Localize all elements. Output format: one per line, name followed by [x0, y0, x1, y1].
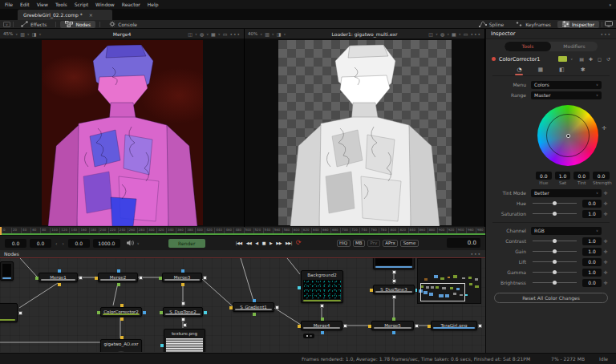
- node-input-connector[interactable]: [392, 317, 395, 321]
- menu-item-tools[interactable]: Tools: [55, 2, 67, 7]
- wheel-value-box-strength[interactable]: 0.0: [593, 172, 610, 180]
- roi-icon[interactable]: ▭: [223, 31, 228, 37]
- 3d-view-icon[interactable]: ◍: [440, 31, 444, 37]
- node-colorcorrector2[interactable]: ColorCorrector2: [100, 307, 142, 317]
- node-input-connector[interactable]: [321, 331, 324, 334]
- right-viewer-options-ellipsis[interactable]: •••: [470, 31, 481, 37]
- menu-item-help[interactable]: Help: [148, 2, 159, 7]
- node-gigatwo-ao[interactable]: gigatwo_AO.exr: [100, 339, 142, 352]
- dual-monitor-icon[interactable]: [605, 21, 613, 27]
- render-end-field[interactable]: 0.0: [68, 239, 90, 248]
- node-input-connector[interactable]: [229, 306, 233, 309]
- node-output-connector[interactable]: [183, 323, 187, 327]
- node-input-connector[interactable]: [117, 269, 120, 273]
- node-output-connector[interactable]: [415, 324, 419, 328]
- brightness-value-field[interactable]: 0.0: [582, 279, 602, 287]
- node-merge4[interactable]: Merge4: [301, 321, 342, 330]
- node-merge5[interactable]: Merge5: [371, 321, 414, 330]
- menu-item-reactor[interactable]: Reactor: [122, 2, 140, 7]
- gamma-slider-knob[interactable]: [553, 270, 557, 274]
- node-node-partial-left2[interactable]: [0, 303, 18, 322]
- lock-icon[interactable]: ◻: [598, 56, 602, 62]
- wheel-value-box-hue[interactable]: 0.0: [536, 172, 552, 180]
- wheel-value-box-tint[interactable]: 0.0: [573, 172, 590, 180]
- node-output-connector[interactable]: [343, 324, 347, 328]
- viewer-assignment-badge[interactable]: [303, 334, 314, 338]
- close-tab-icon[interactable]: ×: [89, 12, 93, 18]
- node-input-connector[interactable]: [120, 304, 124, 307]
- node-output-connector[interactable]: [79, 276, 83, 280]
- effects-button[interactable]: Effects: [16, 21, 51, 28]
- wheel-value-box-sat[interactable]: 1.0: [555, 172, 571, 180]
- hue-slider-knob[interactable]: [553, 201, 557, 205]
- node-input-connector[interactable]: [160, 344, 164, 347]
- node-input-connector[interactable]: [95, 277, 98, 280]
- reset-icon[interactable]: ↺: [606, 56, 610, 62]
- current-frame-field[interactable]: 0.0: [447, 238, 480, 248]
- node-graph-canvas[interactable]: Merge1Merge2Merge3ColorCorrector2S_DuoTo…: [0, 258, 485, 352]
- node-output-connector[interactable]: [139, 276, 143, 280]
- versions-icon[interactable]: ▤: [579, 56, 584, 62]
- node-input-connector[interactable]: [120, 317, 124, 321]
- menu-item-view[interactable]: View: [37, 2, 48, 7]
- tab-tools[interactable]: Tools: [505, 42, 551, 51]
- left-viewer-options-ellipsis[interactable]: •••: [229, 31, 241, 37]
- lift-slider[interactable]: [531, 258, 578, 266]
- node-output-connector[interactable]: [392, 279, 396, 283]
- node-output-connector[interactable]: [275, 305, 279, 309]
- minimap-view-rect[interactable]: [420, 283, 465, 301]
- saturation-slider-knob[interactable]: [553, 212, 557, 216]
- node-graph-minimap[interactable]: [417, 258, 481, 304]
- node-output-connector[interactable]: [392, 295, 396, 299]
- node-input-connector[interactable]: [97, 311, 100, 314]
- audio-speaker-icon[interactable]: [127, 240, 134, 246]
- gain-add-keyframe[interactable]: ✛: [602, 249, 610, 254]
- node-background2[interactable]: Background2: [301, 270, 343, 303]
- menu-item-script[interactable]: Script: [75, 2, 88, 7]
- node-output-connector[interactable]: [18, 311, 22, 315]
- node-input-connector[interactable]: [392, 331, 395, 334]
- node-input-connector[interactable]: [428, 325, 431, 328]
- tint-mode-dropdown[interactable]: Better∨: [531, 189, 602, 197]
- window-options-chevron-icon[interactable]: ▾: [609, 2, 611, 7]
- quality-some-button[interactable]: Some: [400, 240, 419, 247]
- channel-dropdown[interactable]: RGB∨: [531, 227, 602, 235]
- playhead[interactable]: [0, 227, 2, 235]
- roi-icon[interactable]: ▭: [464, 31, 468, 37]
- play-reverse-icon[interactable]: ◀: [255, 241, 257, 245]
- node-input-connector[interactable]: [298, 286, 301, 289]
- contrast-slider[interactable]: [531, 237, 578, 245]
- node-loader-partial-top[interactable]: [373, 258, 415, 269]
- node-input-connector[interactable]: [117, 283, 120, 286]
- right-viewer-canvas[interactable]: [245, 39, 484, 226]
- time-ruler[interactable]: 0204060801001201401601802002202402602803…: [0, 227, 485, 235]
- contrast-slider-knob[interactable]: [553, 239, 557, 243]
- node-output-connector[interactable]: [392, 270, 396, 274]
- brightness-slider[interactable]: [531, 279, 578, 287]
- node-texture-png[interactable]: texture.png: [164, 329, 205, 352]
- menu-dropdown[interactable]: Colors∨: [531, 81, 602, 89]
- node-loader-partial-left[interactable]: [0, 261, 14, 281]
- color-wheel[interactable]: [537, 105, 598, 166]
- node-tile-color-swatch[interactable]: [558, 56, 567, 62]
- loop-playback-icon[interactable]: ⟳: [296, 240, 302, 246]
- split-wipe-icon[interactable]: ◫: [428, 31, 433, 37]
- menu-item-edit[interactable]: Edit: [20, 2, 30, 7]
- color-wheel-add-keyframe[interactable]: ✛: [602, 125, 606, 131]
- fast-reverse-icon[interactable]: ◀◀: [246, 241, 252, 245]
- inspector-button[interactable]: Inspector: [557, 21, 599, 28]
- layer-select-icon[interactable]: ▥: [265, 31, 270, 37]
- node-input-connector[interactable]: [143, 311, 146, 314]
- node-s-duotone3[interactable]: S_DuoTone3: [373, 285, 415, 294]
- gamma-add-keyframe[interactable]: ✛: [602, 269, 610, 275]
- render-start-field[interactable]: 0.0: [30, 239, 51, 248]
- node-s-duotone2[interactable]: S_DuoTone2: [163, 307, 203, 317]
- gain-slider[interactable]: [531, 248, 578, 256]
- composition-tab[interactable]: GreebleGirl_02.2.comp * ×: [18, 10, 112, 20]
- hue-value-field[interactable]: 0.0: [582, 200, 602, 208]
- node-input-connector[interactable]: [204, 311, 207, 314]
- menu-item-file[interactable]: File: [5, 2, 13, 7]
- node-teragirl[interactable]: TeraGirl.png: [431, 321, 477, 330]
- ranges-tab-icon[interactable]: ▦: [536, 65, 545, 75]
- console-button[interactable]: Console: [104, 21, 142, 28]
